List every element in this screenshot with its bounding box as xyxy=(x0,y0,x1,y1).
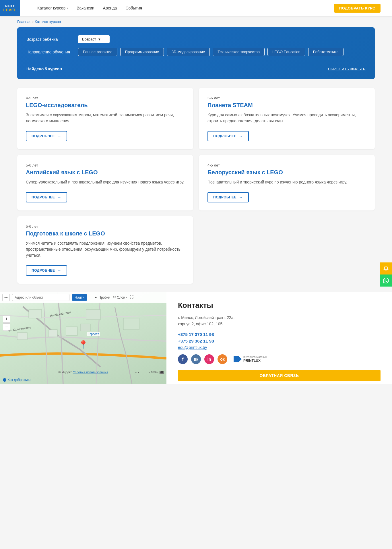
odnoklassniki-button[interactable]: ок xyxy=(218,354,227,364)
nav-events[interactable]: События xyxy=(125,6,142,10)
contacts-area: Контакты г. Минск, Логойский тракт, 22а,… xyxy=(166,292,392,384)
map-placeholder: Найти Пробки Слои ▾ xyxy=(0,292,166,384)
nav-rent[interactable]: Аренда xyxy=(103,6,117,10)
course-title: Английский язык с LEGO xyxy=(26,169,185,176)
instagram-button[interactable]: in xyxy=(204,354,214,364)
map-zoom-controls: + − xyxy=(3,315,10,331)
course-desc: Супер-увлекательный и познавательный кур… xyxy=(26,179,185,185)
float-whatsapp-button[interactable] xyxy=(380,274,392,287)
logo-next: NEXT xyxy=(5,4,15,8)
course-age: 5-6 лет xyxy=(26,163,185,167)
course-more-button[interactable]: ПОДРОБНЕЕ → xyxy=(207,192,249,202)
filter-age-row: Возраст ребёнка Возраст ▾ xyxy=(26,35,366,43)
printlux-name: PRINTLUX xyxy=(243,359,267,363)
course-age: 5-6 лет xyxy=(26,224,185,229)
course-age: 5-6 лет xyxy=(207,96,366,100)
nav-actions: ПОДОБРАТЬ КУРС xyxy=(334,4,381,13)
svg-point-8 xyxy=(95,297,97,298)
filter-reset-button[interactable]: СБРОСИТЬ ФИЛЬТР xyxy=(328,67,366,71)
course-title: Планета STEAM xyxy=(207,102,366,109)
breadcrumb-separator: › xyxy=(32,20,35,24)
svg-rect-4 xyxy=(29,310,42,318)
course-card-3: 4-5 лет Белорусский язык с LEGO Познават… xyxy=(199,155,375,210)
course-desc: Знакомимся с окружающим миром, математик… xyxy=(26,112,185,124)
course-title: LEGO-исследователь xyxy=(26,102,185,109)
map-locate-button[interactable] xyxy=(2,294,10,301)
float-notify-button[interactable] xyxy=(380,262,392,274)
logo[interactable]: NEXT LEVEL xyxy=(0,0,20,16)
map-layers-button[interactable]: Слои ▾ xyxy=(112,295,127,299)
filter-age-controls: Возраст ▾ xyxy=(78,35,110,43)
header: NEXT LEVEL Каталог курсов ▾ Вакансии Аре… xyxy=(0,0,392,16)
course-desc: Курс для самых любознательных почемучек.… xyxy=(207,112,366,124)
filter-tag-3d[interactable]: 3D-моделирование xyxy=(167,48,210,56)
filter-tag-early[interactable]: Раннее развитие xyxy=(78,48,117,56)
course-more-button[interactable]: ПОДРОБНЕЕ → xyxy=(207,131,249,141)
arrow-icon: → xyxy=(239,195,243,200)
feedback-button[interactable]: ОБРАТНАЯ СВЯЗЬ xyxy=(178,370,381,381)
course-card-1: 5-6 лет Планета STEAM Курс для самых люб… xyxy=(199,88,375,149)
floating-buttons xyxy=(380,262,392,287)
course-more-button[interactable]: ПОДРОБНЕЕ → xyxy=(26,265,67,276)
breadcrumb-current[interactable]: Каталог курсов xyxy=(35,20,61,24)
filter-tag-programming[interactable]: Программирование xyxy=(120,48,164,56)
svg-point-7 xyxy=(5,297,7,298)
select-course-button[interactable]: ПОДОБРАТЬ КУРС xyxy=(334,4,381,13)
filter-tags: Раннее развитиеПрограммирование3D-модели… xyxy=(78,48,344,56)
logo-level: LEVEL xyxy=(3,8,17,12)
course-age: 4-5 лет xyxy=(207,163,366,167)
chevron-down-icon: ▾ xyxy=(126,296,127,299)
arrow-icon: → xyxy=(57,134,61,138)
map-toolbar: Найти Пробки Слои ▾ xyxy=(0,292,166,303)
contacts-social-row: f вк in ок интернет-магазин PRINTLUX xyxy=(178,354,381,364)
filter-tag-robotics[interactable]: Робототехника xyxy=(308,48,344,56)
filter-results-row: Найдено 5 курсов СБРОСИТЬ ФИЛЬТР xyxy=(26,62,366,71)
breadcrumb-home[interactable]: Главная xyxy=(17,20,31,24)
contacts-address: г. Минск, Логойский тракт, 22а, корпус 2… xyxy=(178,314,381,327)
course-card-4: 5-6 лет Подготовка к школе с LEGO Учимся… xyxy=(17,216,193,284)
breadcrumb: Главная › Каталог курсов xyxy=(0,16,392,27)
nav-vacancies[interactable]: Вакансии xyxy=(77,6,94,10)
svg-rect-5 xyxy=(123,318,139,330)
printlux-label: интернет-магазин xyxy=(243,355,267,359)
contacts-title: Контакты xyxy=(178,301,381,310)
facebook-button[interactable]: f xyxy=(178,354,188,364)
map-poi-euroopt: Евроопт xyxy=(87,332,100,336)
course-more-button[interactable]: ПОДРОБНЕЕ → xyxy=(26,192,67,202)
filter-direction-label: Направление обучения xyxy=(26,50,78,54)
course-card-2: 5-6 лет Английский язык с LEGO Супер-увл… xyxy=(17,155,193,210)
chevron-down-icon: ▾ xyxy=(98,37,100,41)
course-more-button[interactable]: ПОДРОБНЕЕ → xyxy=(26,131,67,141)
nav-catalog[interactable]: Каталог курсов ▾ xyxy=(37,6,68,10)
filter-tag-lego[interactable]: LEGO Education xyxy=(267,48,305,56)
chevron-down-icon: ▾ xyxy=(67,7,68,10)
map-pin-icon: 📍 xyxy=(78,340,88,349)
contacts-phone1: +375 17 370 11 98 xyxy=(178,332,381,337)
filter-count: Найдено 5 курсов xyxy=(26,67,62,71)
vk-button[interactable]: вк xyxy=(191,354,201,364)
map-copyright: © Яндекс Условия использования xyxy=(58,370,108,374)
svg-rect-3 xyxy=(86,310,100,320)
arrow-icon: → xyxy=(239,134,243,138)
filter-box: Возраст ребёнка Возраст ▾ Направление об… xyxy=(17,27,375,79)
arrow-icon: → xyxy=(57,268,61,273)
filter-direction-row: Направление обучения Раннее развитиеПрог… xyxy=(26,48,366,56)
map-terms-link[interactable]: Условия использования xyxy=(73,370,108,374)
map-howto-button[interactable]: Как добраться xyxy=(3,378,30,382)
map-zoom-in-button[interactable]: + xyxy=(3,315,10,323)
courses-grid: 4-5 лет LEGO-исследователь Знакомимся с … xyxy=(17,88,375,210)
course-desc: Учимся читать и составлять предложения, … xyxy=(26,240,185,258)
main-nav: Каталог курсов ▾ Вакансии Аренда События… xyxy=(37,4,381,13)
age-select[interactable]: Возраст ▾ xyxy=(78,35,110,43)
filter-age-label: Возраст ребёнка xyxy=(26,37,78,42)
printlux-badge: интернет-магазин PRINTLUX xyxy=(234,355,267,363)
map-roads-button[interactable]: Пробки xyxy=(94,295,110,299)
map-fullscreen-button[interactable] xyxy=(130,295,134,300)
course-desc: Познавательный и творческий курс по изуч… xyxy=(207,179,366,185)
courses-single: 5-6 лет Подготовка к школе с LEGO Учимся… xyxy=(17,216,375,284)
map-area: Найти Пробки Слои ▾ xyxy=(0,292,166,384)
map-search-input[interactable] xyxy=(12,294,69,301)
filter-tag-tech[interactable]: Техническое творчество xyxy=(213,48,265,56)
contacts-email[interactable]: edu@printlux.by xyxy=(178,345,381,350)
map-find-button[interactable]: Найти xyxy=(72,294,87,301)
